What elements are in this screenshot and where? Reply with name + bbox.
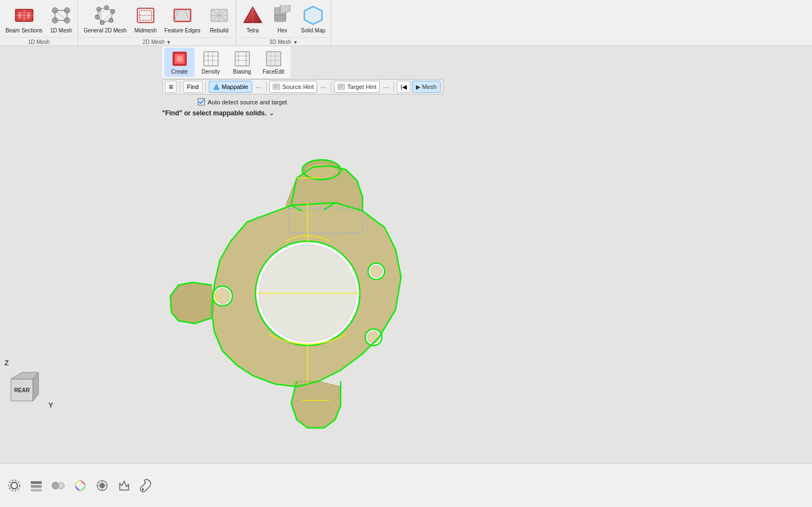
biasing-icon (233, 50, 251, 68)
part-svg (126, 123, 483, 442)
prev-button[interactable]: |◀ (397, 81, 410, 93)
rear-label: REAR (14, 387, 30, 393)
general-2d-mesh-label: General 2D Mesh (84, 27, 126, 34)
bottom-icon-colors[interactable] (71, 477, 89, 494)
3d-mesh-dropdown[interactable]: ▼ (293, 40, 298, 45)
bottom-icon-tools[interactable] (137, 477, 155, 494)
bottom-icon-groups[interactable] (49, 477, 67, 494)
tetra-label: Tetra (247, 27, 259, 34)
svg-point-98 (11, 482, 18, 489)
tool-beam-sections[interactable]: Beam Sections (2, 2, 46, 36)
beam-sections-label: Beam Sections (5, 27, 42, 34)
tool-general-2d-mesh[interactable]: General 2D Mesh (80, 2, 130, 36)
svg-point-79 (368, 331, 380, 343)
group-3d-mesh: Tetra Hex (236, 0, 331, 46)
group-1d-mesh: Beam Sections (0, 0, 78, 46)
bottom-icon-settings[interactable] (5, 477, 23, 494)
secondary-toolbar: Create Density (162, 46, 291, 79)
tetra-icon (242, 4, 264, 26)
menu-button[interactable]: ≡ (165, 81, 177, 93)
hint-chevron[interactable]: ⌄ (269, 109, 274, 117)
tool-1d-mesh[interactable]: 1D Mesh (47, 2, 75, 36)
svg-rect-101 (31, 485, 42, 488)
svg-rect-49 (177, 56, 182, 62)
create-icon (171, 50, 188, 68)
sec-tool-create[interactable]: Create (164, 48, 194, 77)
feature-edges-icon (171, 4, 193, 26)
svg-rect-69 (338, 84, 344, 90)
group-2d-mesh: General 2D Mesh Midmesh (78, 0, 236, 46)
z-axis-label: Z (4, 359, 9, 367)
density-icon (202, 50, 220, 68)
svg-marker-65 (214, 84, 219, 90)
general-2d-mesh-icon (94, 4, 116, 26)
create-label: Create (171, 69, 187, 75)
rebuild-label: Rebuild (210, 27, 229, 34)
sec-tool-density[interactable]: Density (196, 48, 226, 77)
viewport[interactable]: Create Density (0, 46, 812, 463)
svg-point-77 (370, 265, 382, 277)
svg-rect-55 (235, 52, 249, 66)
bottom-icon-view[interactable] (93, 477, 111, 494)
biasing-label: Biasing (233, 69, 251, 75)
group-3d-mesh-footer: 3D Mesh ▼ (238, 37, 329, 45)
mappable-icon (213, 83, 220, 91)
auto-detect-checkbox[interactable] (198, 98, 205, 105)
tool-hex[interactable]: Hex (268, 2, 297, 36)
orientation-cube[interactable]: REAR (3, 368, 44, 409)
checkbox-check-icon (198, 99, 204, 105)
target-hint-field[interactable]: Target Hint (334, 81, 380, 93)
dots-2[interactable]: ··· (319, 83, 328, 91)
group-1d-mesh-footer: 1D Mesh (2, 37, 75, 45)
find-button[interactable]: Find (183, 81, 202, 93)
rebuild-icon (208, 4, 230, 26)
dots-3[interactable]: ··· (381, 83, 391, 91)
target-hint-icon (337, 83, 345, 91)
mappable-button[interactable]: Mappable (209, 81, 252, 93)
y-axis-label: Y (48, 401, 53, 409)
tool-midmesh[interactable]: Midmesh (131, 2, 160, 36)
svg-point-75 (215, 288, 230, 304)
svg-rect-100 (31, 481, 42, 484)
solid-map-icon (302, 4, 324, 26)
tool-tetra[interactable]: Tetra (238, 2, 267, 36)
part-3d-view[interactable] (126, 123, 483, 442)
tool-solid-map[interactable]: Solid Map (298, 2, 329, 36)
top-toolbar: Beam Sections (0, 0, 812, 46)
sec-tool-biasing[interactable]: Biasing (227, 48, 257, 77)
tool-rebuild[interactable]: Rebuild (205, 2, 233, 36)
faceedit-icon (265, 50, 282, 68)
group-2d-mesh-footer: 2D Mesh ▼ (80, 37, 233, 45)
hex-icon (271, 4, 293, 26)
feature-edges-label: Feature Edges (164, 27, 201, 34)
density-label: Density (202, 69, 220, 75)
source-hint-field[interactable]: Source Hint (269, 81, 317, 93)
hex-label: Hex (277, 27, 287, 34)
beam-sections-icon (13, 4, 35, 26)
svg-rect-60 (266, 52, 281, 66)
bottom-icon-layers[interactable] (27, 477, 45, 494)
mesh-button[interactable]: ▶ Mesh (412, 81, 441, 93)
svg-point-104 (58, 482, 64, 489)
2d-mesh-dropdown[interactable]: ▼ (166, 40, 171, 45)
svg-rect-44 (275, 15, 286, 21)
auto-detect-label: Auto detect source and target (208, 99, 287, 105)
faceedit-label: FaceEdit (263, 69, 284, 75)
checkbox-row: Auto detect source and target (198, 98, 287, 105)
svg-rect-50 (204, 52, 218, 66)
midmesh-icon (135, 4, 157, 26)
sec-tool-faceedit[interactable]: FaceEdit (258, 48, 288, 77)
svg-rect-66 (273, 84, 280, 90)
hint-text: "Find" or select mappable solids. ⌄ (162, 109, 274, 117)
dots-1[interactable]: ··· (254, 83, 263, 91)
bottom-icon-fit[interactable] (115, 477, 133, 494)
bottom-toolbar (0, 463, 812, 507)
control-bar: ≡ Find Mappable ··· Source Hint ··· (162, 79, 443, 94)
1d-mesh-label: 1D Mesh (50, 27, 72, 34)
svg-point-110 (142, 488, 144, 491)
1d-mesh-icon (50, 4, 72, 26)
svg-rect-102 (31, 489, 42, 492)
midmesh-label: Midmesh (135, 27, 157, 34)
tool-feature-edges[interactable]: Feature Edges (161, 2, 204, 36)
source-hint-icon (272, 83, 280, 91)
